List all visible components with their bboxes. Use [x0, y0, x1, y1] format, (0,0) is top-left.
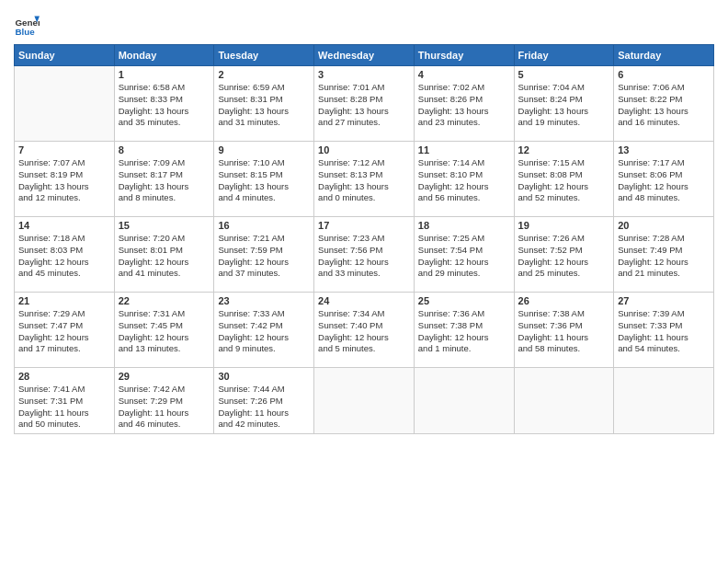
day-info: Sunrise: 6:58 AMSunset: 8:33 PMDaylight:…	[119, 82, 210, 129]
day-info: Sunrise: 7:15 AMSunset: 8:08 PMDaylight:…	[518, 157, 610, 204]
calendar-cell: 8Sunrise: 7:09 AMSunset: 8:17 PMDaylight…	[114, 142, 214, 217]
calendar-cell	[314, 368, 415, 434]
day-info: Sunrise: 7:04 AMSunset: 8:24 PMDaylight:…	[518, 82, 610, 129]
day-info: Sunrise: 7:38 AMSunset: 7:36 PMDaylight:…	[518, 308, 610, 355]
calendar-cell: 5Sunrise: 7:04 AMSunset: 8:24 PMDaylight…	[514, 66, 614, 142]
day-info: Sunrise: 7:06 AMSunset: 8:22 PMDaylight:…	[618, 82, 710, 129]
day-info: Sunrise: 7:31 AMSunset: 7:45 PMDaylight:…	[119, 308, 210, 355]
day-number: 9	[218, 144, 310, 155]
day-info: Sunrise: 7:29 AMSunset: 7:47 PMDaylight:…	[18, 308, 110, 355]
calendar-table: SundayMondayTuesdayWednesdayThursdayFrid…	[14, 44, 714, 434]
day-number: 25	[418, 295, 510, 306]
day-info: Sunrise: 7:02 AMSunset: 8:26 PMDaylight:…	[418, 82, 510, 129]
day-number: 30	[218, 371, 310, 382]
day-info: Sunrise: 7:07 AMSunset: 8:19 PMDaylight:…	[18, 157, 110, 204]
day-number: 5	[518, 69, 610, 80]
header-friday: Friday	[514, 45, 614, 66]
day-number: 13	[618, 144, 710, 155]
week-row-4: 21Sunrise: 7:29 AMSunset: 7:47 PMDayligh…	[15, 293, 714, 368]
day-info: Sunrise: 7:10 AMSunset: 8:15 PMDaylight:…	[218, 157, 310, 204]
day-number: 3	[318, 69, 410, 80]
day-number: 6	[618, 69, 710, 80]
week-row-3: 14Sunrise: 7:18 AMSunset: 8:03 PMDayligh…	[15, 217, 714, 293]
calendar-cell	[614, 368, 714, 434]
calendar-cell: 28Sunrise: 7:41 AMSunset: 7:31 PMDayligh…	[15, 368, 115, 434]
day-info: Sunrise: 7:39 AMSunset: 7:33 PMDaylight:…	[618, 308, 710, 355]
day-info: Sunrise: 7:36 AMSunset: 7:38 PMDaylight:…	[418, 308, 510, 355]
calendar-cell: 9Sunrise: 7:10 AMSunset: 8:15 PMDaylight…	[214, 142, 314, 217]
day-number: 17	[318, 220, 410, 231]
calendar-cell: 26Sunrise: 7:38 AMSunset: 7:36 PMDayligh…	[514, 293, 614, 368]
day-info: Sunrise: 7:18 AMSunset: 8:03 PMDaylight:…	[18, 233, 110, 280]
day-info: Sunrise: 7:25 AMSunset: 7:54 PMDaylight:…	[418, 233, 510, 280]
day-info: Sunrise: 7:17 AMSunset: 8:06 PMDaylight:…	[618, 157, 710, 204]
day-number: 20	[618, 220, 710, 231]
calendar-cell: 11Sunrise: 7:14 AMSunset: 8:10 PMDayligh…	[414, 142, 514, 217]
calendar-cell: 17Sunrise: 7:23 AMSunset: 7:56 PMDayligh…	[314, 217, 415, 293]
day-number: 10	[318, 144, 410, 155]
day-info: Sunrise: 7:01 AMSunset: 8:28 PMDaylight:…	[318, 82, 410, 129]
calendar-cell: 13Sunrise: 7:17 AMSunset: 8:06 PMDayligh…	[614, 142, 714, 217]
calendar-cell: 25Sunrise: 7:36 AMSunset: 7:38 PMDayligh…	[414, 293, 514, 368]
calendar-header-row: SundayMondayTuesdayWednesdayThursdayFrid…	[15, 45, 714, 66]
calendar-cell: 21Sunrise: 7:29 AMSunset: 7:47 PMDayligh…	[15, 293, 115, 368]
day-number: 29	[119, 371, 210, 382]
calendar-cell: 6Sunrise: 7:06 AMSunset: 8:22 PMDaylight…	[614, 66, 714, 142]
day-number: 18	[418, 220, 510, 231]
day-info: Sunrise: 7:42 AMSunset: 7:29 PMDaylight:…	[119, 384, 210, 431]
calendar-cell: 12Sunrise: 7:15 AMSunset: 8:08 PMDayligh…	[514, 142, 614, 217]
logo: General Blue	[14, 13, 41, 39]
day-info: Sunrise: 7:14 AMSunset: 8:10 PMDaylight:…	[418, 157, 510, 204]
calendar-cell: 24Sunrise: 7:34 AMSunset: 7:40 PMDayligh…	[314, 293, 415, 368]
calendar-cell: 14Sunrise: 7:18 AMSunset: 8:03 PMDayligh…	[15, 217, 115, 293]
calendar-cell: 27Sunrise: 7:39 AMSunset: 7:33 PMDayligh…	[614, 293, 714, 368]
calendar-cell: 30Sunrise: 7:44 AMSunset: 7:26 PMDayligh…	[214, 368, 314, 434]
header-thursday: Thursday	[414, 45, 514, 66]
week-row-5: 28Sunrise: 7:41 AMSunset: 7:31 PMDayligh…	[15, 368, 714, 434]
calendar-cell: 15Sunrise: 7:20 AMSunset: 8:01 PMDayligh…	[114, 217, 214, 293]
page-container: General Blue SundayMondayTuesdayWednesda…	[0, 0, 728, 443]
calendar-cell	[514, 368, 614, 434]
day-number: 26	[518, 295, 610, 306]
header-tuesday: Tuesday	[214, 45, 314, 66]
calendar-cell	[414, 368, 514, 434]
header-saturday: Saturday	[614, 45, 714, 66]
day-number: 4	[418, 69, 510, 80]
calendar-cell: 18Sunrise: 7:25 AMSunset: 7:54 PMDayligh…	[414, 217, 514, 293]
calendar-cell: 29Sunrise: 7:42 AMSunset: 7:29 PMDayligh…	[114, 368, 214, 434]
day-info: Sunrise: 7:44 AMSunset: 7:26 PMDaylight:…	[218, 384, 310, 431]
header-sunday: Sunday	[15, 45, 115, 66]
day-number: 7	[18, 144, 110, 155]
calendar-cell: 1Sunrise: 6:58 AMSunset: 8:33 PMDaylight…	[114, 66, 214, 142]
day-info: Sunrise: 7:21 AMSunset: 7:59 PMDaylight:…	[218, 233, 310, 280]
week-row-1: 1Sunrise: 6:58 AMSunset: 8:33 PMDaylight…	[15, 66, 714, 142]
calendar-cell: 10Sunrise: 7:12 AMSunset: 8:13 PMDayligh…	[314, 142, 415, 217]
logo-icon: General Blue	[14, 13, 40, 39]
day-info: Sunrise: 6:59 AMSunset: 8:31 PMDaylight:…	[218, 82, 310, 129]
calendar-cell: 20Sunrise: 7:28 AMSunset: 7:49 PMDayligh…	[614, 217, 714, 293]
day-number: 14	[18, 220, 110, 231]
day-number: 2	[218, 69, 310, 80]
header: General Blue	[14, 9, 714, 39]
day-number: 24	[318, 295, 410, 306]
calendar-cell: 2Sunrise: 6:59 AMSunset: 8:31 PMDaylight…	[214, 66, 314, 142]
day-number: 1	[119, 69, 210, 80]
header-monday: Monday	[114, 45, 214, 66]
day-info: Sunrise: 7:12 AMSunset: 8:13 PMDaylight:…	[318, 157, 410, 204]
calendar-body: 1Sunrise: 6:58 AMSunset: 8:33 PMDaylight…	[15, 66, 714, 434]
day-number: 27	[618, 295, 710, 306]
calendar-cell: 23Sunrise: 7:33 AMSunset: 7:42 PMDayligh…	[214, 293, 314, 368]
calendar-cell: 16Sunrise: 7:21 AMSunset: 7:59 PMDayligh…	[214, 217, 314, 293]
calendar-cell: 3Sunrise: 7:01 AMSunset: 8:28 PMDaylight…	[314, 66, 415, 142]
day-number: 12	[518, 144, 610, 155]
day-number: 21	[18, 295, 110, 306]
calendar-cell: 22Sunrise: 7:31 AMSunset: 7:45 PMDayligh…	[114, 293, 214, 368]
calendar-cell	[15, 66, 115, 142]
header-wednesday: Wednesday	[314, 45, 415, 66]
day-number: 23	[218, 295, 310, 306]
week-row-2: 7Sunrise: 7:07 AMSunset: 8:19 PMDaylight…	[15, 142, 714, 217]
day-number: 28	[18, 371, 110, 382]
svg-text:Blue: Blue	[15, 27, 35, 37]
day-number: 19	[518, 220, 610, 231]
day-info: Sunrise: 7:28 AMSunset: 7:49 PMDaylight:…	[618, 233, 710, 280]
